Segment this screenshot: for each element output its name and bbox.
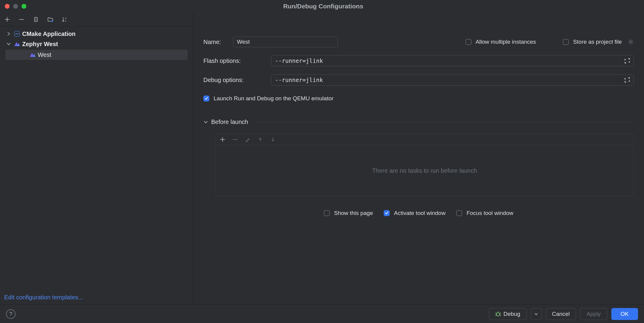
allow-multiple-instances-checkbox[interactable]: Allow multiple instances (465, 39, 536, 45)
checkbox-icon (384, 210, 390, 216)
tree-toolbar: az (0, 13, 193, 26)
copy-configuration-button[interactable] (32, 15, 40, 24)
zephyr-icon (14, 42, 20, 46)
checkbox-label: Activate tool window (394, 210, 445, 216)
help-button[interactable]: ? (6, 309, 16, 319)
move-up-button[interactable] (258, 137, 263, 142)
flash-options-label: Flash options: (203, 57, 262, 64)
content: az CMake Application Zephyr West West (0, 13, 644, 304)
name-label: Name: (203, 39, 221, 46)
minus-icon (19, 16, 25, 22)
debug-options-input[interactable]: --runner=jlink (271, 74, 634, 86)
chevron-down-icon (534, 312, 538, 316)
add-configuration-button[interactable] (3, 15, 11, 24)
flash-options-row: Flash options: --runner=jlink (203, 55, 634, 66)
chevron-down-icon (7, 42, 12, 46)
name-field[interactable] (233, 37, 338, 47)
checkbox-label: Allow multiple instances (476, 39, 536, 45)
dialog-buttons: Debug Cancel Apply OK (489, 308, 638, 320)
checkbox-label: Show this page (334, 210, 373, 216)
plus-icon (4, 16, 10, 22)
before-launch-panel: There are no tasks to run before launch (215, 133, 634, 196)
svg-point-4 (497, 313, 500, 316)
debug-dropdown-button[interactable] (531, 308, 542, 320)
debug-options-label: Debug options: (203, 77, 262, 84)
flash-options-value: --runner=jlink (275, 57, 625, 64)
tree-item-label: Zephyr West (22, 41, 58, 48)
tree-item-west[interactable]: West (5, 50, 188, 60)
sort-icon: az (61, 16, 68, 23)
name-row: Name: Allow multiple instances Store as … (203, 37, 634, 47)
checkbox-icon (203, 95, 209, 101)
tree-item-label: West (38, 51, 51, 58)
checkbox-label: Focus tool window (466, 210, 513, 216)
add-task-button[interactable] (220, 137, 225, 142)
button-label: Cancel (552, 311, 570, 317)
button-label: OK (621, 311, 629, 317)
configurations-sidebar: az CMake Application Zephyr West West (0, 13, 193, 304)
remove-task-button[interactable] (232, 137, 238, 142)
configuration-form: Name: Allow multiple instances Store as … (193, 13, 644, 304)
before-launch-toolbar (216, 134, 634, 145)
checkbox-icon (465, 39, 471, 45)
debug-button[interactable]: Debug (489, 308, 527, 320)
before-launch-footer: Show this page Activate tool window Focu… (203, 210, 634, 216)
zephyr-icon (30, 53, 35, 57)
titlebar: Run/Debug Configurations (0, 0, 644, 13)
chevron-right-icon (7, 32, 12, 36)
checkbox-icon (563, 39, 569, 45)
flash-options-input[interactable]: --runner=jlink (271, 55, 634, 66)
svg-text:a: a (65, 17, 66, 19)
before-launch-empty-text: There are no tasks to run before launch (216, 145, 634, 196)
cmake-icon (14, 31, 20, 37)
svg-point-3 (630, 41, 632, 43)
tree-item-zephyr-west[interactable]: Zephyr West (0, 39, 193, 49)
store-as-project-file-checkbox[interactable]: Store as project file (563, 39, 634, 45)
bug-icon (495, 311, 501, 317)
move-down-button[interactable] (270, 137, 276, 142)
chevron-down-icon (203, 120, 208, 125)
gear-icon[interactable] (628, 39, 634, 45)
qemu-checkbox[interactable]: Launch Run and Debug on the QEMU emulato… (203, 95, 634, 102)
cancel-button[interactable]: Cancel (546, 308, 576, 320)
checkbox-icon (324, 210, 330, 216)
focus-tool-window-checkbox[interactable]: Focus tool window (456, 210, 513, 216)
separator (255, 122, 634, 122)
dialog-button-bar: ? Debug Cancel Apply OK (0, 304, 644, 323)
before-launch-title: Before launch (211, 119, 248, 125)
debug-options-row: Debug options: --runner=jlink (203, 74, 634, 86)
before-launch-header[interactable]: Before launch (203, 119, 634, 125)
expand-icon[interactable] (625, 77, 630, 83)
checkbox-label: Store as project file (573, 39, 622, 45)
tree-item-label: CMake Application (22, 31, 75, 37)
checkbox-icon (456, 210, 462, 216)
sort-button[interactable]: az (61, 15, 69, 24)
button-label: Apply (586, 311, 601, 317)
tree-item-cmake-application[interactable]: CMake Application (0, 29, 193, 39)
copy-icon (33, 16, 39, 22)
window-title: Run/Debug Configurations (2, 3, 644, 10)
apply-button[interactable]: Apply (580, 308, 607, 320)
show-this-page-checkbox[interactable]: Show this page (324, 210, 373, 216)
checkbox-label: Launch Run and Debug on the QEMU emulato… (214, 95, 333, 102)
svg-text:z: z (65, 19, 66, 22)
new-folder-button[interactable] (46, 15, 55, 24)
ok-button[interactable]: OK (611, 308, 638, 320)
expand-icon[interactable] (625, 58, 630, 63)
remove-configuration-button[interactable] (17, 15, 26, 24)
edit-task-button[interactable] (245, 137, 250, 142)
button-label: Debug (504, 311, 520, 317)
edit-templates-link[interactable]: Edit configuration templates... (0, 290, 193, 304)
debug-options-value: --runner=jlink (275, 77, 625, 83)
folder-icon (47, 16, 54, 23)
configurations-tree: CMake Application Zephyr West West (0, 26, 193, 290)
activate-tool-window-checkbox[interactable]: Activate tool window (384, 210, 445, 216)
